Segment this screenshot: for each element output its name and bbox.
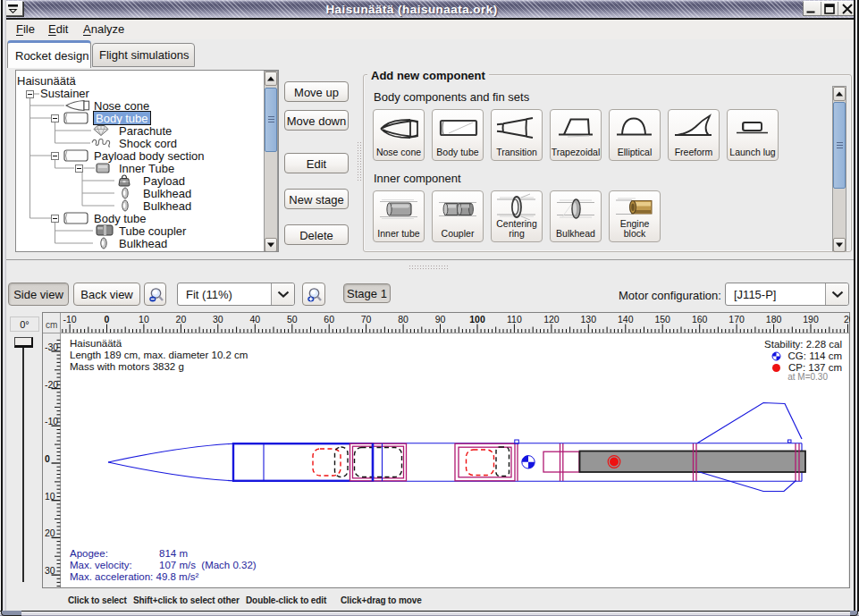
svg-text:Max. velocity:: Max. velocity: [70,560,132,570]
svg-text:140: 140 [618,314,634,325]
svg-text:90: 90 [435,314,446,325]
svg-text:50: 50 [287,314,298,325]
svg-text:0: 0 [45,453,50,464]
svg-text:150: 150 [654,314,670,325]
svg-text:at M=0.30: at M=0.30 [787,372,828,382]
svg-text:130: 130 [581,314,597,325]
svg-text:120: 120 [543,314,560,325]
svg-text:160: 160 [692,314,708,325]
svg-text:-10: -10 [45,416,58,426]
svg-text:110: 110 [507,314,522,325]
svg-text:100: 100 [469,314,485,325]
svg-text:-10: -10 [63,314,77,325]
svg-text:10: 10 [139,314,149,325]
svg-text:Stability: 2.28 cal: Stability: 2.28 cal [764,339,842,350]
svg-text:30: 30 [45,565,55,576]
svg-text:814 m: 814 m [159,548,188,559]
svg-text:80: 80 [398,314,408,325]
svg-text:0: 0 [105,314,110,325]
svg-text:20: 20 [176,314,187,325]
svg-text:180: 180 [766,314,782,325]
svg-text:Apogee:: Apogee: [70,548,108,559]
svg-text:70: 70 [361,314,372,325]
svg-text:Length 189 cm, max. diameter 1: Length 189 cm, max. diameter 10.2 cm [70,350,248,360]
svg-text:Mass with motors 3832 g: Mass with motors 3832 g [70,361,184,372]
svg-text:170: 170 [728,314,745,325]
svg-text:60: 60 [324,314,334,325]
svg-text:Haisunäätä: Haisunäätä [70,338,122,349]
svg-text:cm: cm [46,320,57,330]
svg-text:200: 200 [844,314,850,325]
svg-text:30: 30 [213,314,223,325]
svg-text:Max. acceleration: 49.8 m/s²: Max. acceleration: 49.8 m/s² [70,571,199,582]
svg-text:-30: -30 [45,342,58,352]
svg-text:107 m/s (Mach 0.32): 107 m/s (Mach 0.32) [159,560,257,570]
svg-text:190: 190 [803,314,819,325]
svg-text:20: 20 [45,527,55,538]
svg-text:40: 40 [249,314,260,325]
svg-text:10: 10 [45,491,55,502]
svg-text:CG: 114 cm: CG: 114 cm [788,350,843,361]
svg-text:-20: -20 [45,379,58,390]
